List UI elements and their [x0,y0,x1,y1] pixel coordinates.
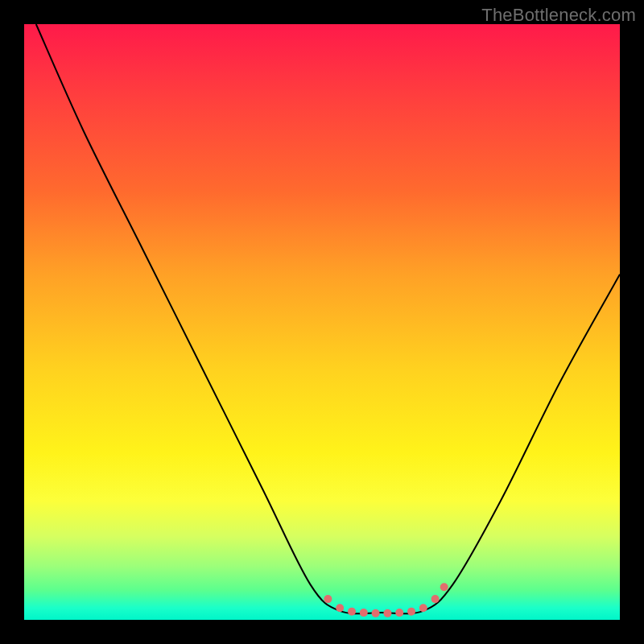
valley-marker [348,608,356,616]
valley-marker [324,595,332,603]
valley-marker [336,604,344,612]
chart-frame: TheBottleneck.com [0,0,644,644]
valley-marker [431,595,440,603]
watermark-text: TheBottleneck.com [481,5,636,26]
valley-marker [419,604,427,612]
valley-marker [407,608,415,616]
valley-marker [440,583,448,591]
plot-area [24,24,620,620]
bottleneck-curve [36,24,620,613]
valley-marker [395,609,403,617]
valley-marker [360,609,368,617]
chart-svg [24,24,620,620]
valley-marker [372,609,380,617]
valley-marker [383,609,391,617]
